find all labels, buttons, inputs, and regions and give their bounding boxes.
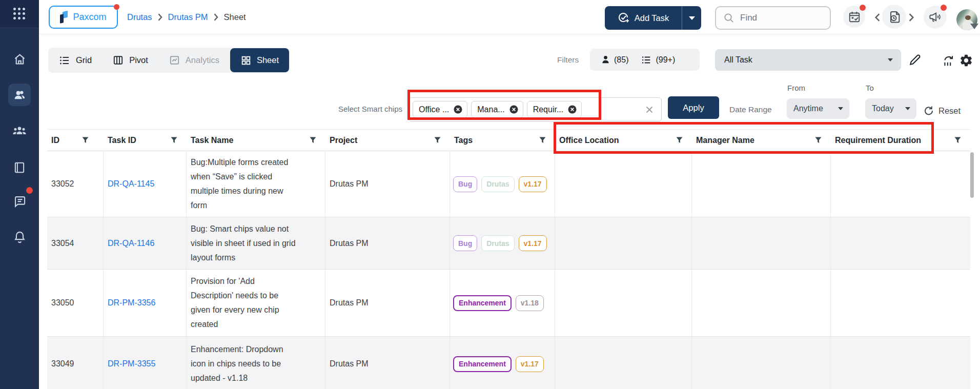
sidebar-item-home[interactable] (0, 48, 39, 70)
annotation-rect-smart-chips (407, 90, 601, 120)
filter-funnel-icon[interactable] (171, 137, 177, 144)
search-icon (723, 12, 735, 24)
sidebar-item-docs[interactable] (0, 156, 39, 179)
cell-task-id[interactable]: DR-PM-3355 (104, 337, 187, 389)
cell-requirement-duration (831, 151, 970, 217)
date-range-label: Date Range (729, 105, 772, 114)
tab-sheet-label: Sheet (257, 55, 279, 65)
add-task-dropdown[interactable] (682, 16, 701, 20)
tag-badge: v1.17 (519, 176, 547, 192)
sidebar-item-notifications[interactable] (0, 226, 39, 248)
breadcrumb-drutas[interactable]: Drutas (127, 12, 152, 22)
cell-manager-name (692, 217, 831, 269)
table-row[interactable]: 33052 DR-QA-1145 Bug:Multiple forms crea… (47, 151, 970, 217)
restore-columns-button[interactable] (942, 54, 955, 68)
cell-manager-name (692, 337, 831, 389)
sidebar (0, 0, 39, 389)
table-row[interactable]: 33054 DR-QA-1146 Bug: Smart chips value … (47, 217, 970, 270)
sidebar-item-members[interactable] (8, 84, 31, 106)
vertical-scrollbar[interactable] (970, 152, 974, 198)
breadcrumb-sheet: Sheet (224, 12, 246, 22)
tag-badge: v1.17 (519, 235, 547, 251)
cell-requirement-duration (831, 217, 970, 269)
table-row[interactable]: 33049 DR-PM-3355 Enhancement: Dropdown i… (47, 337, 970, 389)
task-filter-value: All Task (724, 55, 752, 65)
calendar-button[interactable] (843, 6, 865, 28)
add-task-button[interactable]: Add Task (605, 6, 701, 30)
reset-button[interactable]: Reset (924, 106, 961, 116)
cell-tags: Bug Drutas v1.17 (450, 217, 555, 269)
tag-badge: Bug (453, 176, 477, 192)
workspace-button[interactable]: Paxcom (49, 6, 118, 29)
filter-funnel-icon[interactable] (434, 137, 441, 144)
column-header-task-name[interactable]: Task Name (187, 130, 325, 151)
team-icon (12, 123, 27, 138)
cell-office-location (555, 217, 692, 269)
clear-chips-icon[interactable] (644, 105, 655, 115)
search-input[interactable]: Find (715, 6, 831, 30)
calendar-check-icon (848, 10, 861, 24)
cell-project: Drutas PM (325, 217, 450, 269)
from-date-select[interactable]: Anytime (787, 98, 849, 119)
cell-id: 33050 (47, 270, 104, 336)
task-filter-select[interactable]: All Task (715, 49, 901, 71)
apps-grid-icon (13, 8, 26, 20)
breadcrumb: Drutas Drutas PM Sheet (127, 0, 246, 34)
breadcrumb-drutas-pm[interactable]: Drutas PM (168, 12, 208, 22)
search-placeholder: Find (740, 13, 757, 23)
filters-label: Filters (557, 55, 579, 65)
filter-funnel-icon[interactable] (82, 137, 89, 144)
column-header-tags[interactable]: Tags (450, 130, 555, 151)
filter-funnel-icon[interactable] (310, 137, 316, 144)
cell-task-name: Enhancement: Dropdown icon in chips need… (187, 337, 325, 389)
cell-task-name: Bug: Smart chips value not visible in sh… (187, 217, 325, 269)
cell-id: 33054 (47, 217, 104, 269)
column-label: Tags (454, 136, 473, 145)
column-header-id[interactable]: ID (47, 130, 104, 151)
chevron-down-icon (888, 58, 893, 62)
tag-badge: Drutas (481, 176, 514, 192)
tab-sheet[interactable]: Sheet (230, 48, 289, 72)
tab-grid[interactable]: Grid (48, 48, 102, 73)
to-label: To (866, 84, 874, 92)
add-task-icon (618, 12, 630, 24)
sheet-view-icon (240, 55, 252, 66)
paxcom-logo (60, 11, 68, 24)
task-table: ID Task ID Task Name Project Tags Office… (47, 129, 970, 389)
chevron-right-icon (907, 13, 915, 22)
document-clock-icon (887, 10, 902, 24)
cell-task-id[interactable]: DR-PM-3356 (104, 270, 187, 336)
tag-badge: v1.18 (516, 295, 544, 311)
sidebar-item-chat[interactable] (0, 190, 39, 212)
column-header-task-id[interactable]: Task ID (104, 130, 187, 151)
filter-counts[interactable]: (85) (99+) (590, 49, 700, 71)
chevron-left-icon (873, 13, 882, 22)
prev-button[interactable] (873, 13, 882, 22)
column-header-project[interactable]: Project (325, 130, 450, 151)
tab-pivot[interactable]: Pivot (102, 48, 158, 73)
tab-analytics[interactable]: Analytics (158, 48, 230, 73)
column-label: ID (51, 136, 59, 145)
filter-funnel-icon[interactable] (539, 137, 546, 144)
apply-button[interactable]: Apply (668, 96, 719, 119)
table-row[interactable]: 33050 DR-PM-3356 Provision for 'Add Desc… (47, 270, 970, 337)
cell-requirement-duration (831, 337, 970, 389)
cell-project: Drutas PM (325, 270, 450, 336)
settings-button[interactable] (959, 53, 973, 68)
filter-funnel-icon[interactable] (954, 137, 961, 144)
cell-task-id[interactable]: DR-QA-1146 (104, 217, 187, 269)
cell-task-id[interactable]: DR-QA-1145 (104, 151, 187, 217)
annotation-rect-columns (554, 122, 934, 154)
to-date-select[interactable]: Today (865, 98, 916, 119)
cell-task-name: Bug:Multiple forms created when “Save” i… (187, 151, 325, 217)
sidebar-item-teams[interactable] (0, 119, 39, 142)
calendar-notification-badge (860, 5, 866, 11)
next-button[interactable] (907, 13, 915, 22)
app-launcher[interactable] (0, 0, 39, 28)
recent-activity-button[interactable] (882, 5, 906, 29)
announcements-button[interactable] (924, 6, 947, 29)
column-label: Task ID (108, 136, 136, 145)
chevron-right-icon (158, 13, 162, 21)
edit-view-button[interactable] (908, 53, 922, 67)
workspace-name: Paxcom (73, 12, 106, 23)
